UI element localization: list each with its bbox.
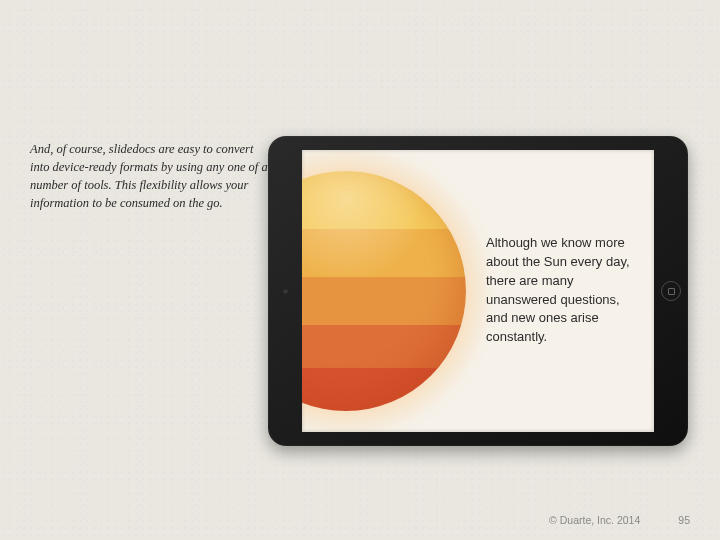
- copyright-text: © Duarte, Inc. 2014: [549, 514, 640, 526]
- tablet-bezel-left: [268, 136, 302, 446]
- home-square-icon: [668, 288, 675, 295]
- sun-graphic: [302, 171, 466, 411]
- tablet-screen: Although we know more about the Sun ever…: [302, 150, 654, 432]
- tablet-bezel-right: [654, 136, 688, 446]
- home-button-icon: [661, 281, 681, 301]
- slide-footer: © Duarte, Inc. 2014 95: [549, 514, 690, 526]
- tablet-device: Although we know more about the Sun ever…: [268, 136, 688, 446]
- screen-body-text: Although we know more about the Sun ever…: [486, 234, 636, 347]
- page-number: 95: [678, 514, 690, 526]
- camera-icon: [283, 289, 288, 294]
- slide-caption: And, of course, slidedocs are easy to co…: [30, 140, 270, 213]
